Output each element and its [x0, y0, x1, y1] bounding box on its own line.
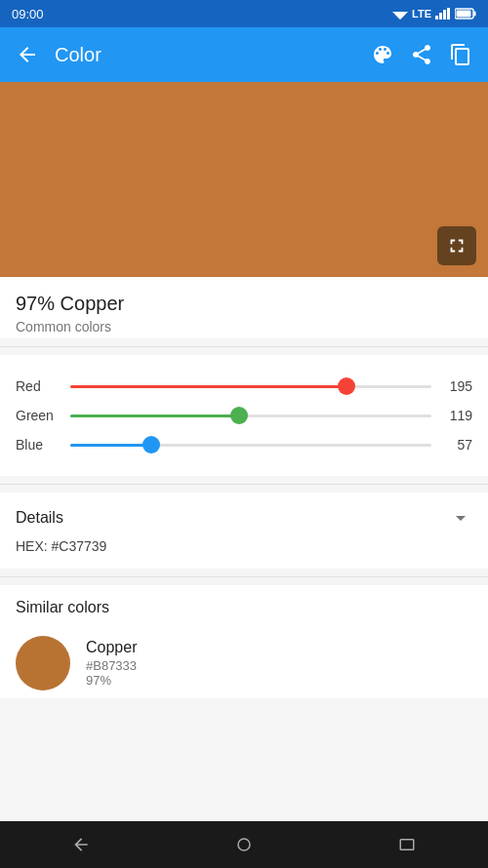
color-name: 97% Copper	[16, 293, 472, 315]
battery-icon	[455, 8, 476, 20]
similar-colors-section: Similar colors Copper #B87333 97%	[0, 585, 488, 698]
green-thumb[interactable]	[230, 407, 248, 424]
app-bar-title: Color	[55, 44, 371, 66]
list-item[interactable]: Copper #B87333 97%	[16, 628, 472, 698]
hex-value: HEX: #C37739	[16, 538, 106, 554]
green-fill	[70, 414, 239, 417]
green-slider-row: Green 119	[16, 406, 472, 425]
details-title: Details	[16, 509, 63, 527]
back-nav-button[interactable]	[61, 825, 101, 864]
fullscreen-button[interactable]	[437, 226, 476, 265]
back-button[interactable]	[16, 43, 39, 66]
divider-3	[0, 576, 488, 577]
green-track	[70, 414, 431, 417]
copy-icon	[449, 43, 472, 66]
recent-nav-button[interactable]	[387, 825, 427, 864]
svg-rect-3	[439, 13, 442, 20]
fullscreen-icon	[446, 235, 468, 256]
blue-label: Blue	[16, 437, 59, 453]
red-slider-row: Red 195	[16, 376, 472, 396]
home-nav-button[interactable]	[224, 825, 264, 864]
color-info: Copper #B87333 97%	[86, 639, 472, 688]
blue-value: 57	[443, 437, 472, 453]
red-value: 195	[443, 378, 472, 394]
divider-2	[0, 484, 488, 485]
details-section: Details HEX: #C37739	[0, 493, 488, 569]
blue-thumb[interactable]	[142, 436, 160, 454]
color-item-hex: #B87333	[86, 658, 472, 673]
wifi-icon	[392, 8, 408, 20]
details-content: HEX: #C37739	[16, 537, 472, 555]
app-bar: Color	[0, 27, 488, 82]
red-track	[70, 385, 431, 388]
palette-icon	[371, 43, 394, 66]
green-value: 119	[443, 408, 472, 423]
signal-icon	[435, 8, 451, 20]
status-bar: 09:00 LTE	[0, 0, 488, 27]
copy-button[interactable]	[449, 43, 472, 66]
status-icons: LTE	[392, 8, 476, 20]
chevron-down-icon	[449, 506, 472, 530]
color-swatch	[16, 636, 70, 690]
green-label: Green	[16, 408, 59, 423]
red-label: Red	[16, 378, 59, 394]
blue-slider-row: Blue 57	[16, 435, 472, 454]
svg-marker-1	[395, 15, 405, 20]
share-button[interactable]	[410, 43, 433, 66]
svg-rect-4	[443, 10, 446, 20]
red-slider-container[interactable]	[70, 376, 431, 396]
common-colors-link[interactable]: Common colors	[16, 319, 472, 335]
green-slider-container[interactable]	[70, 406, 431, 425]
svg-rect-2	[435, 16, 438, 20]
color-preview	[0, 82, 488, 277]
blue-track	[70, 444, 431, 447]
divider-1	[0, 346, 488, 347]
palette-button[interactable]	[371, 43, 394, 66]
blue-fill	[70, 444, 151, 447]
svg-rect-5	[447, 8, 450, 20]
recent-nav-icon	[398, 836, 416, 853]
back-nav-icon	[71, 835, 91, 854]
color-name-section: 97% Copper Common colors	[0, 277, 488, 338]
red-thumb[interactable]	[338, 377, 355, 395]
red-fill	[70, 385, 346, 388]
status-time: 09:00	[12, 7, 44, 21]
bottom-nav	[0, 821, 488, 868]
back-arrow-icon	[16, 43, 39, 66]
svg-rect-8	[457, 11, 471, 18]
sliders-section: Red 195 Green 119 Blue 57	[0, 355, 488, 476]
home-nav-icon	[235, 836, 253, 853]
app-bar-actions	[371, 43, 472, 66]
blue-slider-container[interactable]	[70, 435, 431, 454]
svg-point-9	[238, 839, 250, 850]
color-item-name: Copper	[86, 639, 472, 656]
similar-colors-title: Similar colors	[16, 599, 472, 616]
svg-rect-7	[474, 12, 476, 17]
share-icon	[410, 43, 433, 66]
svg-rect-10	[400, 840, 414, 850]
color-item-match: 97%	[86, 673, 472, 688]
lte-icon: LTE	[412, 8, 431, 20]
details-header[interactable]: Details	[16, 506, 472, 530]
